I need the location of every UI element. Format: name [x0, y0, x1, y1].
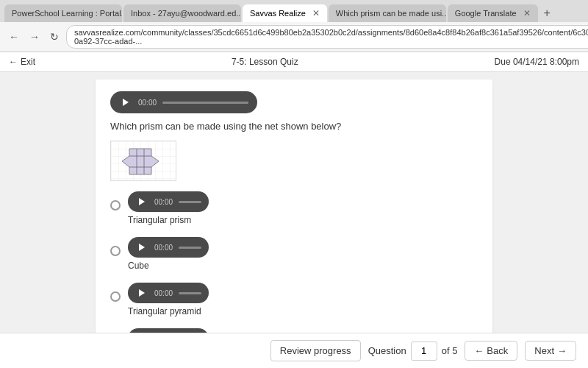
answer-label-1: Cube [128, 261, 209, 271]
answer-progress-0[interactable] [179, 201, 201, 203]
question-number-input[interactable] [411, 342, 437, 361]
tab-bar: PowerSchool Learning : Portal... ✕ Inbox… [0, 0, 588, 22]
play-icon [123, 99, 129, 106]
answer-audio-2[interactable]: 00:00 [128, 283, 209, 303]
answer-progress-1[interactable] [179, 247, 201, 249]
question-label: Question [368, 345, 406, 356]
radio-2[interactable] [110, 291, 121, 302]
answer-option-1: 00:00 Cube [110, 237, 478, 271]
answer-option-0: 00:00 Triangular prism [110, 191, 478, 225]
answer-progress-2[interactable] [179, 292, 201, 294]
back-label: Back [487, 345, 508, 356]
tab-label: PowerSchool Learning : Portal... [12, 9, 122, 18]
play-icon [139, 289, 145, 297]
url-text: savvasrealize.com/community/classes/35cd… [74, 28, 588, 46]
radio-1[interactable] [110, 246, 121, 256]
new-tab-button[interactable]: + [539, 5, 555, 21]
next-arrow-icon: → [557, 345, 567, 356]
next-label: Next [534, 345, 554, 356]
answer-content-2: 00:00 Triangular pyramid [128, 283, 209, 316]
of-label: of 5 [442, 345, 458, 356]
exit-arrow-icon: ← [9, 57, 18, 67]
question-progress-bar[interactable] [162, 102, 248, 104]
tab-which-prism[interactable]: Which prism can be made usi... ✕ [329, 4, 446, 22]
bottom-bar: Review progress Question of 5 ← Back Nex… [0, 333, 588, 368]
lesson-title: 7-5: Lesson Quiz [232, 57, 298, 67]
play-icon [139, 244, 145, 251]
due-date: Due 04/14/21 8:00pm [495, 57, 579, 67]
tab-inbox[interactable]: Inbox - 27ayu@woodward.ed... ✕ [123, 4, 241, 22]
answer-label-0: Triangular prism [128, 215, 209, 225]
quiz-card: 00:00 Which prism can be made using the … [96, 79, 492, 346]
tab-close-icon[interactable]: ✕ [312, 8, 320, 18]
net-image [110, 141, 176, 181]
question-text: Which prism can be made using the net sh… [110, 121, 478, 132]
answer-content-0: 00:00 Triangular prism [128, 191, 209, 225]
tab-google-translate[interactable]: Google Translate ✕ [448, 4, 538, 22]
back-arrow-icon: ← [474, 345, 484, 356]
exit-label: Exit [21, 57, 35, 67]
answer-audio-0[interactable]: 00:00 [128, 191, 209, 212]
forward-button[interactable]: → [26, 29, 43, 44]
app-header: ← Exit 7-5: Lesson Quiz Due 04/14/21 8:0… [0, 52, 588, 72]
address-bar[interactable]: savvasrealize.com/community/classes/35cd… [66, 25, 588, 49]
tab-powerschool[interactable]: PowerSchool Learning : Portal... ✕ [4, 4, 122, 22]
tab-close-icon[interactable]: ✕ [523, 8, 531, 18]
answer-label-2: Triangular pyramid [128, 306, 209, 316]
main-content: 00:00 Which prism can be made using the … [0, 72, 588, 346]
answer-play-button-2[interactable] [135, 286, 148, 300]
play-icon [139, 198, 145, 205]
answer-play-button-1[interactable] [135, 241, 148, 254]
question-audio-player[interactable]: 00:00 [110, 91, 257, 113]
address-bar-row: ← → ↻ savvasrealize.com/community/classe… [0, 22, 588, 52]
refresh-button[interactable]: ↻ [47, 29, 62, 44]
answer-time-1: 00:00 [154, 244, 173, 252]
exit-button[interactable]: ← Exit [9, 57, 35, 67]
tab-label: Which prism can be made usi... [336, 9, 446, 18]
back-button[interactable]: ← [6, 29, 22, 44]
question-play-button[interactable] [119, 96, 132, 109]
answer-play-button-0[interactable] [135, 195, 148, 208]
review-progress-button[interactable]: Review progress [270, 340, 361, 361]
answer-audio-1[interactable]: 00:00 [128, 237, 209, 258]
next-nav-button[interactable]: Next → [525, 341, 576, 361]
tab-label: Google Translate [455, 9, 517, 18]
back-nav-button[interactable]: ← Back [465, 341, 517, 361]
tab-label: Savvas Realize [250, 9, 306, 18]
tab-label: Inbox - 27ayu@woodward.ed... [131, 9, 241, 18]
answer-content-1: 00:00 Cube [128, 237, 209, 271]
answer-time-0: 00:00 [154, 198, 173, 206]
question-time: 00:00 [138, 99, 157, 107]
question-nav: Question of 5 [368, 342, 458, 361]
answer-option-2: 00:00 Triangular pyramid [110, 283, 478, 316]
radio-0[interactable] [110, 200, 121, 210]
tab-savvas[interactable]: Savvas Realize ✕ [243, 4, 327, 22]
browser-chrome: PowerSchool Learning : Portal... ✕ Inbox… [0, 0, 588, 52]
answer-time-2: 00:00 [154, 289, 173, 297]
